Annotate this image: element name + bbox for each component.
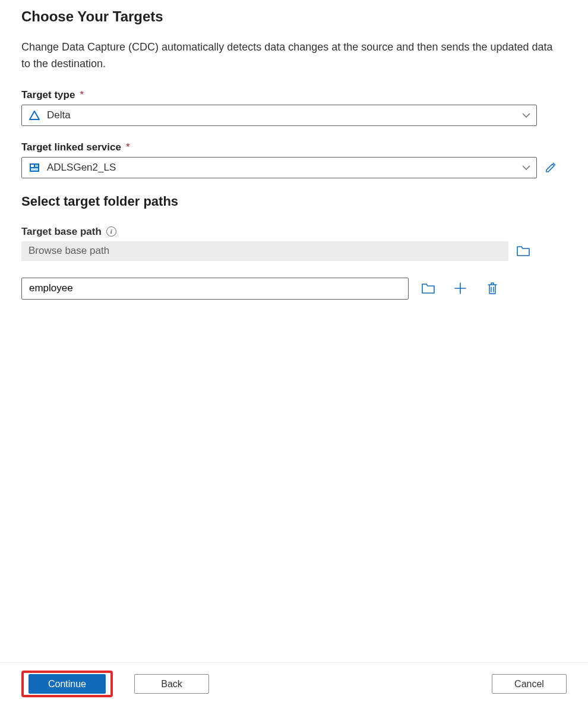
wizard-footer: Continue Back Cancel: [0, 662, 588, 705]
storage-icon: [28, 163, 41, 172]
svg-rect-2: [35, 165, 38, 167]
base-path-input[interactable]: [21, 241, 508, 261]
target-type-label: Target type*: [21, 89, 567, 101]
svg-rect-3: [31, 168, 38, 171]
delete-path-button[interactable]: [485, 281, 500, 296]
add-path-button[interactable]: [453, 281, 468, 296]
chevron-down-icon: [522, 165, 530, 170]
folder-icon: [516, 245, 530, 257]
back-button[interactable]: Back: [134, 674, 209, 694]
plus-icon: [454, 282, 467, 295]
page-description: Change Data Capture (CDC) automatically …: [21, 39, 562, 73]
base-path-label: Target base path i: [21, 226, 567, 238]
chevron-down-icon: [522, 113, 530, 118]
required-indicator: *: [126, 141, 130, 153]
continue-highlight: Continue: [21, 671, 113, 697]
target-path-input[interactable]: [21, 278, 409, 300]
trash-icon: [486, 282, 498, 295]
browse-base-path-button[interactable]: [516, 243, 531, 259]
folder-paths-heading: Select target folder paths: [21, 194, 567, 209]
target-type-value: Delta: [47, 109, 71, 121]
linked-service-select[interactable]: ADLSGen2_LS: [21, 157, 537, 178]
browse-path-button[interactable]: [421, 281, 436, 296]
edit-linked-service-button[interactable]: [544, 161, 557, 174]
svg-rect-1: [31, 165, 34, 167]
continue-button[interactable]: Continue: [29, 674, 106, 694]
info-icon[interactable]: i: [106, 226, 116, 237]
target-type-select[interactable]: Delta: [21, 105, 537, 126]
linked-service-value: ADLSGen2_LS: [47, 162, 116, 174]
delta-icon: [28, 111, 41, 120]
linked-service-label: Target linked service*: [21, 141, 567, 153]
required-indicator: *: [80, 89, 84, 101]
page-title: Choose Your Targets: [21, 8, 567, 25]
cancel-button[interactable]: Cancel: [492, 674, 567, 694]
pencil-icon: [545, 162, 557, 174]
folder-icon: [421, 282, 435, 294]
